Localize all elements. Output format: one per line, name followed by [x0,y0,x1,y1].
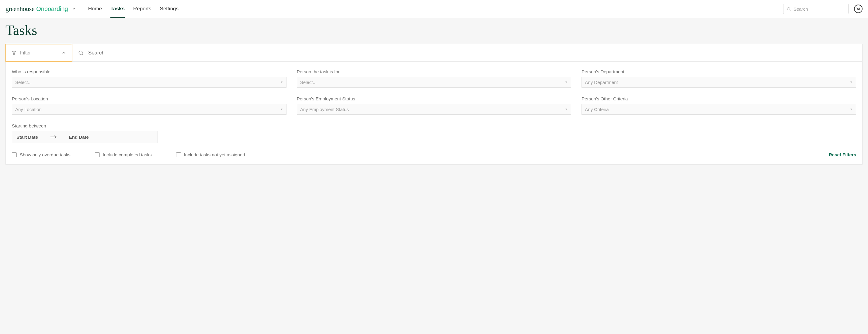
select-responsible[interactable]: Select... [12,77,286,88]
select-person-for-value: Select... [300,80,317,85]
tasks-panel: Filter Search Who is responsible Select [5,44,863,164]
global-search[interactable] [783,4,848,14]
select-responsible-value: Select... [15,80,32,85]
svg-point-3 [79,51,83,55]
select-location[interactable]: Any Location [12,104,286,115]
svg-point-0 [787,7,790,10]
checkbox-overdue-label: Show only overdue tasks [20,152,70,157]
panel-search[interactable]: Search [72,44,862,62]
chevron-up-icon [61,51,66,55]
select-other-value: Any Criteria [585,107,609,112]
nav-settings[interactable]: Settings [160,0,179,18]
date-range[interactable]: Start Date End Date [12,131,158,143]
svg-marker-9 [565,109,567,110]
field-starting-between: Starting between Start Date End Date [12,123,158,143]
filter-body: Who is responsible Select... Person the … [6,62,862,164]
select-department[interactable]: Any Department [582,77,856,88]
checkbox-unassigned-label: Include tasks not yet assigned [184,152,245,157]
select-emp-status-value: Any Employment Status [300,107,349,112]
checkbox-unassigned[interactable]: Include tasks not yet assigned [176,152,245,157]
field-emp-status: Person's Employment Status Any Employmen… [297,96,571,115]
checkbox-completed[interactable]: Include completed tasks [95,152,152,157]
avatar-initials: YA [857,7,860,11]
brand-switcher[interactable]: greenhouse Onboarding [5,5,76,13]
filter-toggle[interactable]: Filter [5,44,72,62]
checkbox-completed-label: Include completed tasks [103,152,152,157]
svg-marker-7 [850,82,852,83]
nav-tasks[interactable]: Tasks [111,0,125,18]
field-other: Person's Other Criteria Any Criteria [582,96,856,115]
field-person-for: Person the task is for Select... [297,69,571,88]
checkbox-icon [176,152,181,157]
filter-icon [11,51,17,55]
filter-footer: Show only overdue tasks Include complete… [12,152,856,157]
svg-marker-8 [281,109,283,110]
label-department: Person's Department [582,69,856,74]
checkbox-overdue[interactable]: Show only overdue tasks [12,152,70,157]
topbar: greenhouse Onboarding Home Tasks Reports… [0,0,868,18]
main-nav: Home Tasks Reports Settings [88,0,179,18]
page-title: Tasks [0,18,868,44]
caret-down-icon [280,108,283,111]
search-icon [786,7,794,11]
chevron-down-icon [72,7,76,11]
svg-marker-5 [281,82,283,83]
panel-toolbar: Filter Search [6,44,862,62]
page: Tasks Filter Search [0,18,868,334]
select-location-value: Any Location [15,107,42,112]
svg-marker-2 [12,52,16,55]
field-responsible: Who is responsible Select... [12,69,286,88]
select-department-value: Any Department [585,80,618,85]
caret-down-icon [850,108,853,111]
checkbox-icon [12,152,17,157]
caret-down-icon [565,108,568,111]
svg-line-1 [789,10,790,11]
select-person-for[interactable]: Select... [297,77,571,88]
svg-marker-6 [565,82,567,83]
brand-name-2: Onboarding [36,5,68,12]
start-date[interactable]: Start Date [17,134,38,140]
arrow-right-icon [50,135,57,139]
field-department: Person's Department Any Department [582,69,856,88]
caret-down-icon [850,81,853,84]
avatar[interactable]: YA [854,5,863,13]
panel-search-label: Search [88,50,104,56]
topbar-right: YA [783,4,863,14]
svg-line-4 [82,54,83,55]
select-other[interactable]: Any Criteria [582,104,856,115]
label-starting-between: Starting between [12,123,158,128]
reset-filters-link[interactable]: Reset Filters [829,152,856,157]
label-person-for: Person the task is for [297,69,571,74]
checkbox-icon [95,152,100,157]
field-location: Person's Location Any Location [12,96,286,115]
search-icon [78,50,84,56]
svg-marker-10 [850,109,852,110]
label-emp-status: Person's Employment Status [297,96,571,101]
global-search-input[interactable] [794,6,845,11]
caret-down-icon [280,81,283,84]
nav-home[interactable]: Home [88,0,102,18]
select-emp-status[interactable]: Any Employment Status [297,104,571,115]
end-date[interactable]: End Date [69,134,89,140]
caret-down-icon [565,81,568,84]
label-other: Person's Other Criteria [582,96,856,101]
label-responsible: Who is responsible [12,69,286,74]
filter-toggle-label: Filter [20,50,31,56]
label-location: Person's Location [12,96,286,101]
nav-reports[interactable]: Reports [133,0,151,18]
brand-name-1: greenhouse [5,5,34,13]
